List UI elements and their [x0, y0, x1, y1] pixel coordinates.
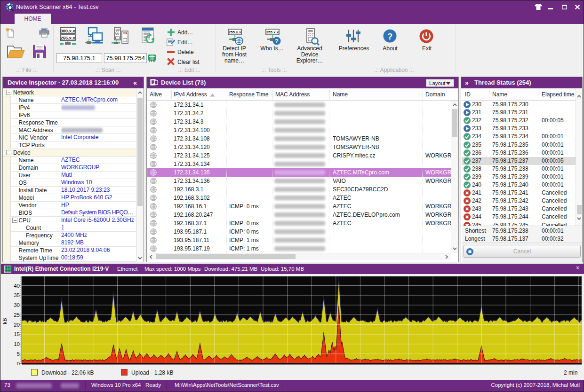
- svg-text:0: 0: [17, 361, 20, 366]
- svg-text:25: 25: [14, 312, 20, 318]
- svg-text:10: 10: [14, 341, 20, 347]
- svg-text:000.x.x: 000.x.x: [60, 28, 75, 33]
- svg-text:255.x.x: 255.x.x: [229, 30, 241, 34]
- svg-text:?: ?: [387, 31, 393, 41]
- svg-text:15: 15: [14, 331, 20, 337]
- svg-text:kB: kB: [2, 318, 8, 324]
- svg-text:255.x.x: 255.x.x: [60, 35, 75, 40]
- svg-text:40: 40: [14, 283, 20, 289]
- svg-text:5: 5: [17, 351, 20, 357]
- svg-text:30: 30: [14, 302, 20, 308]
- svg-text:20: 20: [14, 322, 20, 328]
- svg-text:255.x.x: 255.x.x: [266, 30, 279, 34]
- svg-text:?: ?: [275, 38, 278, 45]
- svg-text:35: 35: [14, 292, 20, 298]
